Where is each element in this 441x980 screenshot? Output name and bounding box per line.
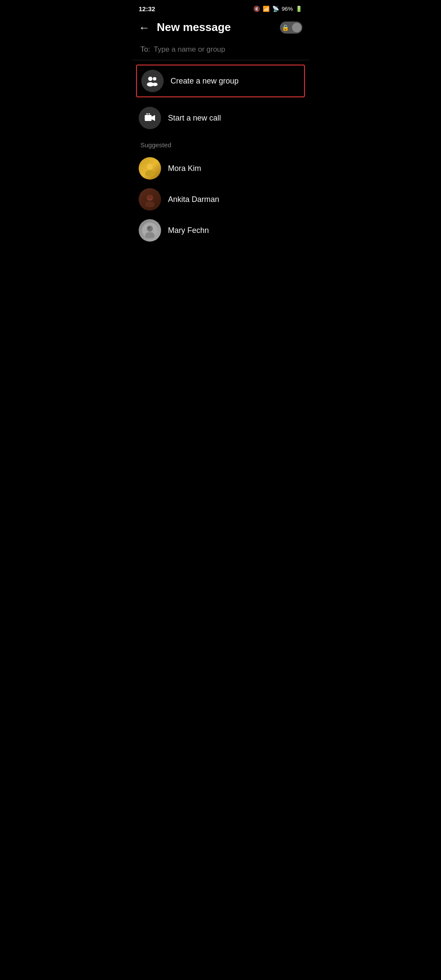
svg-point-8	[147, 164, 153, 170]
signal-icon: 📡	[272, 6, 279, 12]
svg-point-0	[148, 77, 152, 81]
status-icons: 🔇 📶 📡 96% 🔋	[253, 6, 302, 12]
status-bar: 12:32 🔇 📶 📡 96% 🔋	[132, 0, 309, 16]
svg-point-9	[145, 170, 155, 176]
svg-marker-5	[152, 115, 155, 121]
video-call-icon	[139, 107, 161, 129]
contact-mora-kim[interactable]: Mora Kim	[132, 153, 309, 184]
mute-icon: 🔇	[253, 6, 260, 12]
avatar-ankita-darman	[139, 188, 161, 211]
status-time: 12:32	[139, 5, 155, 12]
svg-point-3	[152, 83, 158, 86]
contact-name-mary-fechn: Mary Fechn	[168, 226, 209, 235]
toggle-knob	[292, 23, 301, 32]
page-title: New message	[157, 21, 273, 34]
create-group-label: Create a new group	[171, 77, 239, 86]
header: ← New message 🔒	[132, 16, 309, 39]
battery-text: 96%	[282, 6, 293, 12]
svg-point-11	[145, 201, 155, 207]
lock-icon: 🔒	[282, 24, 289, 31]
contact-mary-fechn[interactable]: Mary Fechn	[132, 215, 309, 246]
svg-point-1	[153, 77, 156, 81]
avatar-mora-kim	[139, 157, 161, 180]
back-button[interactable]: ←	[139, 22, 150, 33]
group-icon	[141, 70, 164, 92]
svg-rect-6	[146, 113, 148, 115]
start-call-label: Start a new call	[168, 114, 221, 123]
svg-rect-4	[145, 115, 152, 121]
svg-point-16	[148, 226, 150, 229]
avatar-mary-fechn	[139, 219, 161, 242]
contact-name-ankita-darman: Ankita Darman	[168, 195, 219, 204]
to-label: To:	[140, 45, 150, 54]
start-call-button[interactable]: Start a new call	[132, 102, 309, 134]
lock-toggle[interactable]: 🔒	[280, 22, 302, 34]
contact-ankita-darman[interactable]: Ankita Darman	[132, 184, 309, 215]
battery-icon: 🔋	[295, 6, 302, 12]
create-group-button[interactable]: Create a new group	[136, 65, 305, 97]
suggested-section-label: Suggested	[132, 134, 309, 153]
wifi-icon: 📶	[263, 6, 270, 12]
to-field[interactable]: To:	[132, 39, 309, 60]
svg-point-12	[148, 195, 152, 199]
recipient-input[interactable]	[154, 45, 301, 54]
svg-rect-7	[149, 113, 150, 115]
contact-name-mora-kim: Mora Kim	[168, 164, 201, 173]
